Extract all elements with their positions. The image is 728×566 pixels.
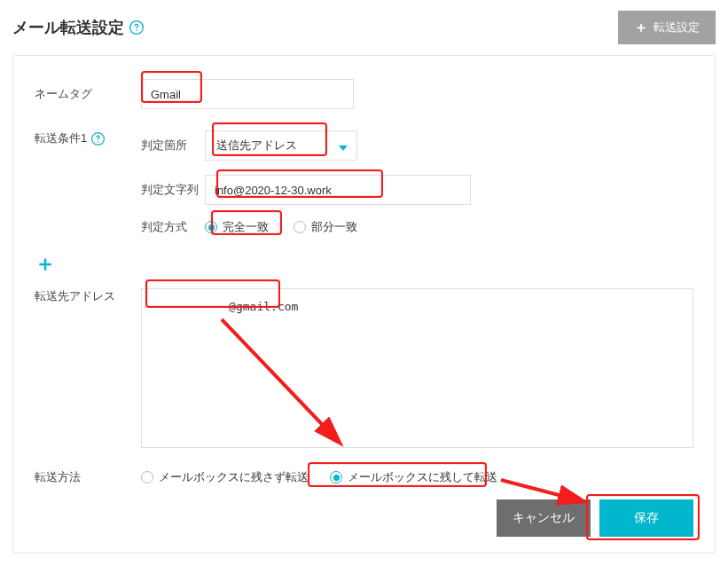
method-delete-radio[interactable]: メールボックスに残さず転送 [141, 469, 309, 485]
save-button[interactable]: 保存 [599, 499, 693, 537]
add-transfer-button[interactable]: ＋ 転送設定 [618, 11, 716, 44]
page-title: メール転送設定 [12, 17, 124, 38]
judge-method-exact-radio[interactable]: 完全一致 [205, 219, 269, 235]
plus-icon: ＋ [634, 20, 648, 35]
svg-point-3 [98, 140, 99, 142]
form-card: ネームタグ 転送条件1 判定箇所 送信先アドレス 判定文字列 [12, 55, 716, 554]
condition1-label: 転送条件1 [35, 130, 141, 146]
judge-string-input[interactable] [205, 175, 471, 205]
method-delete-label: メールボックスに残さず転送 [159, 469, 309, 485]
judge-method-exact-label: 完全一致 [223, 219, 269, 235]
method-label: 転送方法 [35, 469, 141, 485]
judge-place-select[interactable]: 送信先アドレス [205, 130, 357, 161]
method-keep-radio[interactable]: メールボックスに残して転送 [330, 469, 497, 485]
chevron-down-icon [339, 142, 348, 151]
dest-textarea[interactable] [141, 288, 693, 448]
judge-place-selected: 送信先アドレス [216, 138, 297, 153]
nametag-label: ネームタグ [35, 86, 141, 102]
svg-point-1 [136, 30, 137, 32]
cancel-button[interactable]: キャンセル [497, 499, 591, 537]
nametag-input[interactable] [141, 79, 354, 109]
judge-method-partial-radio[interactable]: 部分一致 [294, 219, 357, 235]
help-icon[interactable] [91, 132, 105, 145]
dest-label: 転送先アドレス [35, 288, 141, 304]
help-icon[interactable] [129, 20, 144, 35]
add-condition-button[interactable]: ＋ [35, 253, 52, 274]
method-keep-label: メールボックスに残して転送 [348, 469, 497, 485]
judge-method-label: 判定方式 [141, 219, 205, 235]
judge-place-label: 判定箇所 [141, 138, 205, 153]
judge-string-label: 判定文字列 [141, 182, 205, 198]
judge-method-partial-label: 部分一致 [311, 219, 357, 235]
add-transfer-label: 転送設定 [654, 20, 700, 35]
